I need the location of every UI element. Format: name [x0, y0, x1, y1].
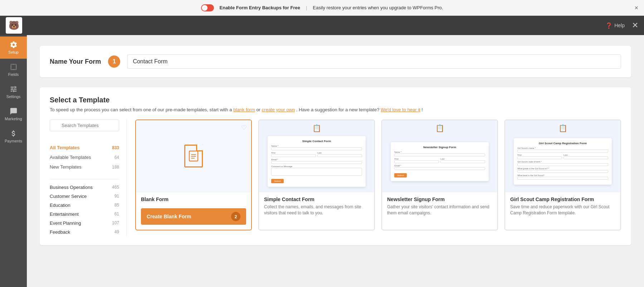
template-filters: All Templates 833 Available Templates 64…: [50, 143, 119, 172]
template-grid: ♡ Blank Form Creat: [127, 120, 621, 237]
close-button[interactable]: ✕: [632, 21, 638, 30]
search-input[interactable]: [50, 120, 119, 131]
category-customer-service[interactable]: Customer Service 91: [50, 192, 119, 201]
select-template-subtitle: To speed up the process you can select f…: [50, 107, 621, 112]
marketing-icon: [10, 107, 18, 115]
sidebar-item-setup[interactable]: Setup: [0, 37, 27, 59]
simple-contact-preview: 📋 Simple Contact Form Name *: [259, 120, 374, 192]
question-icon: ❓: [605, 22, 613, 29]
payments-icon: [10, 130, 18, 137]
blank-form-icon: [184, 145, 203, 167]
girl-scout-desc: Save time and reduce paperwork with our …: [510, 204, 615, 216]
newsletter-desc: Gather your site visitors' contact infor…: [387, 204, 492, 216]
template-card-girl-scout[interactable]: 📋 Girl Scout Camp Registration Form Girl…: [504, 120, 621, 230]
app-header: 🐻 ❓ Help ✕: [0, 16, 644, 35]
fields-icon: [10, 63, 18, 71]
sidebar: Setup Fields Settings Marketing Payments: [0, 35, 27, 287]
create-own-link[interactable]: create your own: [262, 107, 295, 112]
name-form-section: Name Your Form 1: [40, 46, 631, 77]
step-2-badge: 2: [231, 212, 240, 221]
category-feedback[interactable]: Feedback 49: [50, 228, 119, 237]
divider: [50, 179, 119, 179]
sidebar-label-setup: Setup: [8, 50, 19, 54]
app-logo: 🐻: [6, 17, 22, 34]
header-right: ❓ Help ✕: [605, 21, 638, 30]
filter-new-templates[interactable]: New Templates 188: [50, 162, 119, 172]
girl-scout-preview: 📋 Girl Scout Camp Registration Form Girl…: [505, 120, 620, 192]
form-name-input[interactable]: [127, 54, 621, 69]
newsletter-preview: 📋 Newsletter Signup Form Name *: [382, 120, 497, 192]
category-education[interactable]: Education 85: [50, 201, 119, 210]
create-blank-button[interactable]: Create Blank Form 2: [141, 208, 246, 225]
sidebar-item-marketing[interactable]: Marketing: [0, 103, 27, 125]
step-1-badge: 1: [108, 55, 120, 68]
select-template-section: Select a Template To speed up the proces…: [40, 87, 631, 245]
notif-close-button[interactable]: ×: [634, 4, 638, 11]
newsletter-info: Newsletter Signup Form Gather your site …: [382, 192, 497, 220]
favorite-icon[interactable]: ♡: [241, 124, 247, 132]
categories-list: Business Operations 465 Customer Service…: [50, 183, 119, 237]
search-wrapper: 🔍: [50, 120, 119, 137]
filter-all-templates[interactable]: All Templates 833: [50, 143, 119, 152]
simple-contact-title: Simple Contact Form: [264, 196, 369, 202]
template-layout: 🔍 All Templates 833 Available Templates …: [50, 120, 621, 237]
sidebar-item-fields[interactable]: Fields: [0, 59, 27, 81]
sidebar-label-fields: Fields: [8, 72, 19, 77]
help-link[interactable]: ❓ Help: [605, 22, 625, 29]
filter-available-templates[interactable]: Available Templates 64: [50, 152, 119, 162]
main-content: Name Your Form 1 Select a Template To sp…: [27, 35, 644, 287]
blank-form-title: Blank Form: [141, 196, 246, 202]
girl-scout-title: Girl Scout Camp Registration Form: [510, 196, 615, 202]
notif-title: Enable Form Entry Backups for Free: [220, 5, 300, 10]
template-card-newsletter[interactable]: 📋 Newsletter Signup Form Name *: [381, 120, 498, 230]
category-event-planning[interactable]: Event Planning 107: [50, 219, 119, 228]
sidebar-item-payments[interactable]: Payments: [0, 125, 27, 147]
notification-bar: Enable Form Entry Backups for Free | Eas…: [0, 0, 644, 16]
girl-scout-info: Girl Scout Camp Registration Form Save t…: [505, 192, 620, 220]
blank-form-info: Blank Form: [136, 192, 251, 208]
simple-contact-desc: Collect the names, emails, and messages …: [264, 204, 369, 216]
simple-contact-info: Simple Contact Form Collect the names, e…: [259, 192, 374, 220]
settings-icon: [10, 85, 18, 93]
hear-it-link[interactable]: We'd love to hear it: [381, 107, 420, 112]
left-panel: 🔍 All Templates 833 Available Templates …: [50, 120, 127, 237]
category-entertainment[interactable]: Entertainment 61: [50, 210, 119, 219]
name-form-label: Name Your Form: [50, 58, 101, 65]
sidebar-label-payments: Payments: [5, 139, 22, 143]
newsletter-title: Newsletter Signup Form: [387, 196, 492, 202]
category-business-operations[interactable]: Business Operations 465: [50, 183, 119, 192]
blank-form-link[interactable]: blank form: [233, 107, 255, 112]
sidebar-item-settings[interactable]: Settings: [0, 81, 27, 103]
template-card-simple-contact[interactable]: 📋 Simple Contact Form Name *: [258, 120, 375, 230]
template-card-blank[interactable]: ♡ Blank Form Creat: [135, 120, 252, 230]
main-layout: Setup Fields Settings Marketing Payments: [0, 35, 644, 287]
sidebar-label-marketing: Marketing: [5, 117, 22, 121]
backup-toggle[interactable]: [201, 4, 216, 11]
sidebar-label-settings: Settings: [6, 94, 21, 99]
blank-form-preview: ♡: [136, 120, 251, 192]
gear-icon: [10, 41, 18, 49]
notif-message: Easily restore your entries when you upg…: [313, 5, 443, 10]
select-template-heading: Select a Template: [50, 96, 621, 104]
